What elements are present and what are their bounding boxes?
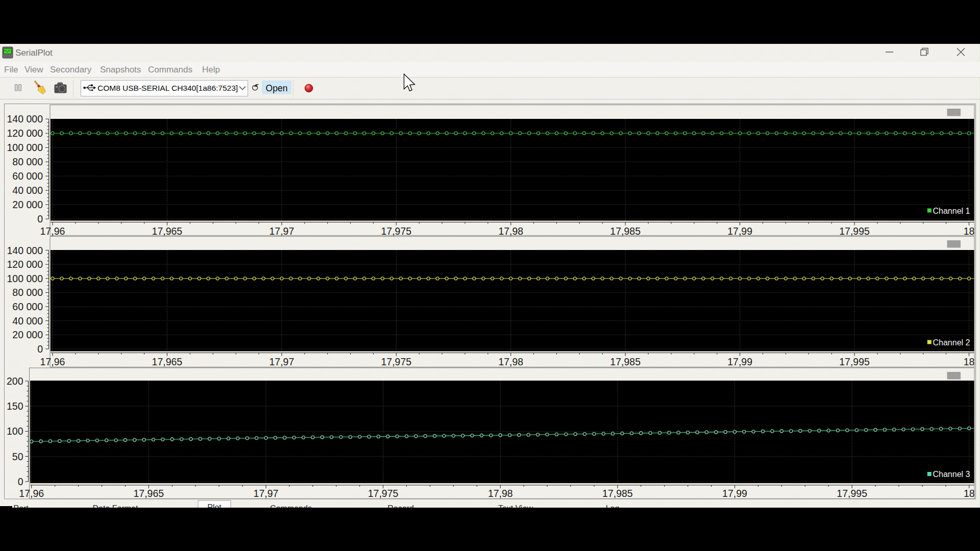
svg-text:17,98: 17,98 xyxy=(498,356,523,367)
svg-text:17,985: 17,985 xyxy=(610,356,641,367)
svg-text:18: 18 xyxy=(964,488,975,499)
svg-text:17,97: 17,97 xyxy=(254,488,279,499)
svg-text:120 000: 120 000 xyxy=(7,128,43,139)
svg-text:40 000: 40 000 xyxy=(12,315,43,327)
svg-text:17,985: 17,985 xyxy=(610,226,641,237)
svg-text:17,995: 17,995 xyxy=(839,226,870,237)
svg-text:150: 150 xyxy=(7,400,23,412)
svg-text:17,965: 17,965 xyxy=(152,356,183,367)
svg-text:40 000: 40 000 xyxy=(12,185,43,196)
svg-text:17,975: 17,975 xyxy=(368,488,399,499)
svg-text:20 000: 20 000 xyxy=(12,329,43,340)
svg-text:Help: Help xyxy=(202,65,220,74)
svg-text:60 000: 60 000 xyxy=(12,301,43,312)
svg-text:140 000: 140 000 xyxy=(7,113,43,124)
svg-text:20 000: 20 000 xyxy=(12,199,43,210)
svg-text:50: 50 xyxy=(12,451,23,462)
svg-text:0: 0 xyxy=(37,213,43,224)
svg-text:80 000: 80 000 xyxy=(12,287,43,298)
svg-text:17,96: 17,96 xyxy=(40,356,65,367)
svg-text:18: 18 xyxy=(964,226,975,237)
svg-text:17,965: 17,965 xyxy=(152,226,183,237)
svg-text:Open: Open xyxy=(266,83,288,93)
svg-text:17,965: 17,965 xyxy=(133,488,164,499)
svg-text:140 000: 140 000 xyxy=(7,245,43,256)
svg-text:Snapshots: Snapshots xyxy=(100,65,141,74)
svg-text:60 000: 60 000 xyxy=(12,170,43,182)
svg-text:200: 200 xyxy=(7,375,23,387)
svg-text:Channel 3: Channel 3 xyxy=(933,470,970,479)
svg-text:17,96: 17,96 xyxy=(19,488,44,499)
svg-text:Secondary: Secondary xyxy=(50,65,92,74)
svg-text:View: View xyxy=(24,65,43,74)
svg-text:17,96: 17,96 xyxy=(40,226,65,237)
svg-text:17,975: 17,975 xyxy=(381,226,411,237)
svg-text:0: 0 xyxy=(37,343,43,355)
svg-text:100: 100 xyxy=(7,425,23,437)
svg-text:File: File xyxy=(4,65,18,74)
svg-text:17,995: 17,995 xyxy=(839,356,870,367)
svg-text:17,98: 17,98 xyxy=(498,226,523,237)
svg-text:100 000: 100 000 xyxy=(7,273,43,284)
svg-text:18: 18 xyxy=(964,356,975,367)
svg-text:17,985: 17,985 xyxy=(602,488,633,499)
svg-text:COM8 USB-SERIAL CH340[1a86:752: COM8 USB-SERIAL CH340[1a86:7523] xyxy=(97,84,238,92)
svg-text:17,99: 17,99 xyxy=(722,488,747,499)
svg-text:17,98: 17,98 xyxy=(488,488,513,499)
svg-text:100 000: 100 000 xyxy=(7,142,43,153)
svg-text:0: 0 xyxy=(18,476,23,487)
svg-text:17,995: 17,995 xyxy=(837,488,867,499)
svg-text:Channel 2: Channel 2 xyxy=(933,338,970,347)
svg-text:17,975: 17,975 xyxy=(381,356,411,367)
svg-text:17,97: 17,97 xyxy=(269,226,294,237)
svg-text:17,99: 17,99 xyxy=(727,226,752,237)
svg-text:80 000: 80 000 xyxy=(12,156,43,167)
svg-text:120 000: 120 000 xyxy=(7,259,43,270)
svg-text:Channel 1: Channel 1 xyxy=(933,207,970,215)
svg-text:SerialPlot: SerialPlot xyxy=(15,48,53,58)
svg-text:Commands: Commands xyxy=(148,65,192,74)
svg-text:17,97: 17,97 xyxy=(269,356,294,367)
svg-text:17,99: 17,99 xyxy=(727,356,752,367)
